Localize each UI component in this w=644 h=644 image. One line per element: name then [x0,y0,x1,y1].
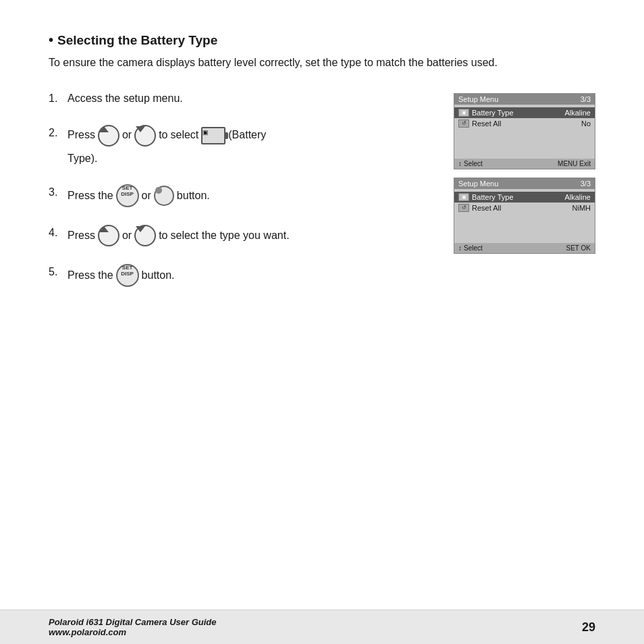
screen-2-row-1-value: Alkaline [564,193,591,201]
step-2-to: to [159,127,167,144]
reset-row-icon: ↺ [458,119,469,128]
screen-1-row-1-label: Battery Type [472,109,562,117]
screens-area: Setup Menu 3/3 ▣ Battery Type Alkaline ↺… [454,93,595,305]
steps-list: 1. Access the setup menu. 2. Press or to… [49,90,433,305]
step-2-battery: (Battery [228,127,266,144]
screen-1: Setup Menu 3/3 ▣ Battery Type Alkaline ↺… [454,93,595,169]
step-5-button: button. [142,267,175,284]
intro-text: To ensure the camera displays battery le… [49,55,595,72]
screen-1-row-2-label: Reset All [472,119,579,128]
step-4-text: select the type you want. [170,227,289,244]
screen-2-footer-left: ↕ Select [458,244,483,252]
screen-2-row-2: ↺ Reset All NiMH [454,203,595,213]
footer-line1: Polaroid i631 Digital Camera User Guide [49,617,217,627]
screen-2-body: ▣ Battery Type Alkaline ↺ Reset All NiMH [454,189,595,243]
step-3-press: Press the [68,188,113,205]
up-button-icon [98,125,119,146]
bullet: • [49,32,53,48]
down-button-icon [134,125,156,146]
screen-1-row-2-value: No [581,119,591,128]
step-4-content: Press or to select the type you want. [68,225,433,246]
step-2-number: 2. [49,125,68,142]
screen-1-exit-label: Exit [579,160,591,167]
screen-2: Setup Menu 3/3 ▣ Battery Type Alkaline ↺… [454,178,595,254]
step-3-number: 3. [49,184,68,201]
select-arrow-icon-2: ↕ [458,244,462,252]
down-button-icon-2 [134,225,156,246]
screen-1-row-2: ↺ Reset All No [454,118,595,129]
screen-2-title: Setup Menu [458,180,498,188]
step-5: 5. Press the SETDISP button. [49,264,433,287]
step-3-or: or [142,188,151,205]
screen-1-body: ▣ Battery Type Alkaline ↺ Reset All No [454,105,595,159]
step-3-button: button. [177,188,210,205]
screen-2-select-label: Select [464,244,483,252]
screen-2-footer: ↕ Select SET OK [454,243,595,253]
step-4-or: or [122,227,132,244]
reset-row-icon-2: ↺ [458,204,469,212]
screen-1-spacer [454,129,595,156]
step-3-content: Press the SETDISP or button. [68,184,433,207]
up-button-icon-2 [98,225,119,246]
joy-button-icon [154,186,174,206]
screen-1-page: 3/3 [581,95,591,103]
battery-row-icon-2: ▣ [458,193,469,201]
set-disp-button-icon: SETDISP [116,184,139,207]
steps-area: 1. Access the setup menu. 2. Press or to… [49,90,595,305]
battery-row-icon: ▣ [458,109,469,117]
battery-type-icon: ▣ [201,127,225,144]
step-3: 3. Press the SETDISP or button. [49,184,433,207]
screen-2-page: 3/3 [581,180,591,188]
screen-1-title: Setup Menu [458,95,498,103]
screen-1-select-label: Select [464,160,483,167]
select-arrow-icon: ↕ [458,160,462,167]
screen-2-row-1-label: Battery Type [472,193,562,201]
step-2-select: select [170,127,198,144]
screen-1-footer-right: MENU Exit [558,160,591,167]
screen-1-footer-left: ↕ Select [458,160,483,167]
step-1: 1. Access the setup menu. [49,90,433,107]
set-disp-button-icon-2: SETDISP [116,264,139,287]
screen-2-ok-label: OK [581,244,591,252]
screen-2-footer-right: SET OK [566,244,591,252]
step-4-number: 4. [49,225,68,242]
step-4: 4. Press or to select the type you want. [49,225,433,246]
screen-1-row-1-value: Alkaline [564,109,591,117]
step-4-to: to [159,227,167,244]
screen-1-menu-label: MENU [558,160,577,167]
step-4-press: Press [68,227,95,244]
title-text: Selecting the Battery Type [57,33,217,48]
step-5-content: Press the SETDISP button. [68,264,433,287]
screen-1-footer: ↕ Select MENU Exit [454,159,595,169]
section-title: • Selecting the Battery Type [49,32,595,48]
screen-1-header: Setup Menu 3/3 [454,94,595,105]
step-2-press: Press [68,127,95,144]
step-2-or: or [122,127,132,144]
footer-left: Polaroid i631 Digital Camera User Guide … [49,617,217,637]
screen-1-row-1: ▣ Battery Type Alkaline [454,107,595,118]
screen-2-set-label: SET [566,244,579,252]
step-5-press: Press the [68,267,113,284]
step-2: 2. Press or to select ▣ (Battery [49,125,433,146]
step-2-line2: Type). [49,151,433,167]
screen-2-row-2-label: Reset All [472,204,570,212]
screen-2-row-1: ▣ Battery Type Alkaline [454,192,595,203]
footer-page-number: 29 [582,620,595,635]
step-2-content: Press or to select ▣ (Battery [68,125,433,146]
page-content: • Selecting the Battery Type To ensure t… [0,0,644,304]
screen-2-row-2-value: NiMH [572,204,591,212]
page-footer: Polaroid i631 Digital Camera User Guide … [0,610,644,644]
step-5-number: 5. [49,264,68,281]
screen-2-spacer [454,213,595,240]
step-1-number: 1. [49,90,68,107]
screen-2-header: Setup Menu 3/3 [454,178,595,189]
step-1-content: Access the setup menu. [68,90,433,107]
footer-line2: www.polaroid.com [49,627,217,637]
step-1-text: Access the setup menu. [68,90,183,107]
